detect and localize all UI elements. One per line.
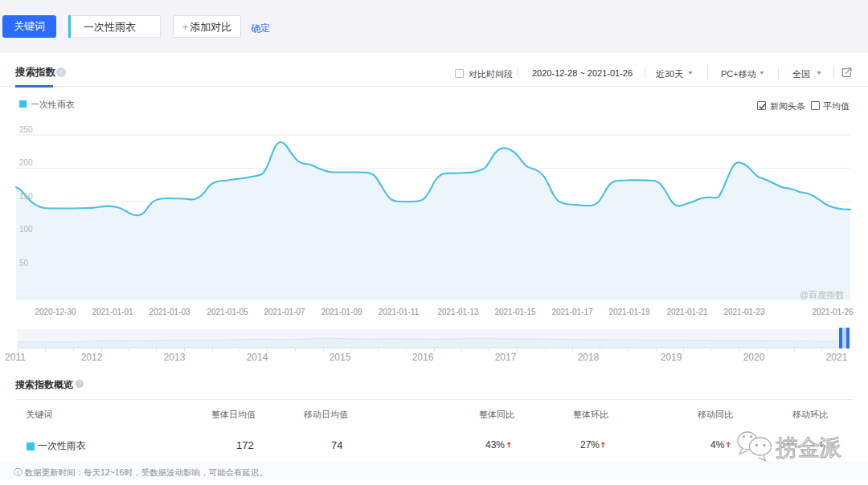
svg-text:100: 100 [19, 225, 33, 234]
svg-text:2021-01-17: 2021-01-17 [551, 308, 593, 316]
svg-text:2020-12-30: 2020-12-30 [35, 308, 76, 316]
svg-text:捞金派: 捞金派 [776, 435, 841, 460]
svg-text:2021-01-26: 2021-01-26 [812, 308, 854, 316]
svg-text:2021-01-19: 2021-01-19 [608, 308, 650, 316]
svg-text:2021-01-15: 2021-01-15 [494, 308, 536, 316]
svg-text:50: 50 [19, 259, 29, 267]
svg-text:2021-01-07: 2021-01-07 [264, 308, 305, 316]
svg-text:2021-01-03: 2021-01-03 [149, 308, 190, 316]
svg-text:2021-01-11: 2021-01-11 [379, 308, 420, 316]
svg-text:200: 200 [19, 158, 33, 167]
svg-text:2021-01-05: 2021-01-05 [207, 308, 248, 316]
svg-text:150: 150 [19, 192, 33, 201]
svg-text:2021-01-21: 2021-01-21 [666, 308, 708, 316]
svg-text:2021-01-13: 2021-01-13 [437, 308, 479, 316]
svg-text:@百度指数: @百度指数 [800, 290, 844, 300]
svg-text:2021-01-09: 2021-01-09 [321, 308, 362, 316]
svg-text:2021-01-23: 2021-01-23 [723, 308, 765, 316]
svg-text:2021-01-01: 2021-01-01 [92, 308, 133, 316]
svg-text:250: 250 [19, 125, 33, 134]
